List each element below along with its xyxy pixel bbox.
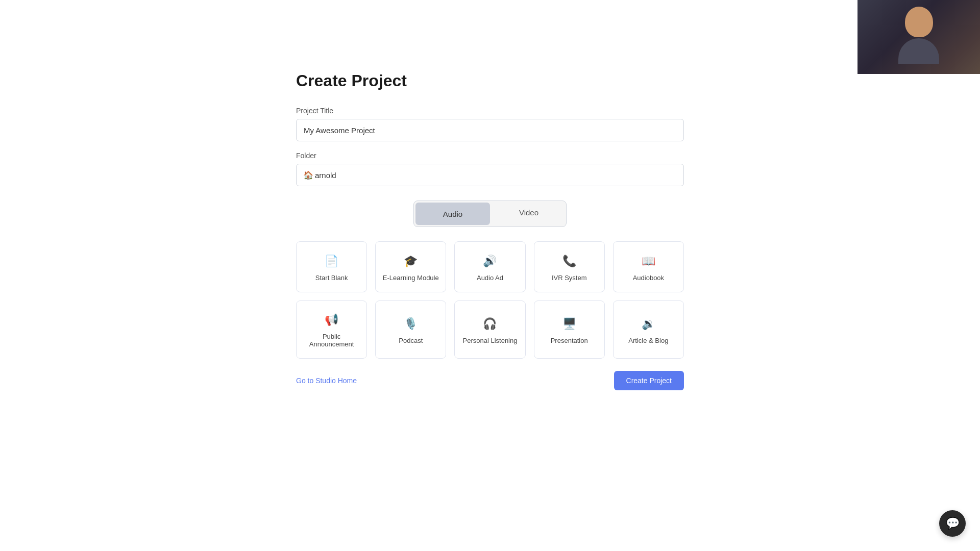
tab-audio[interactable]: Audio	[415, 203, 490, 225]
project-card-podcast[interactable]: 🎙️ Podcast	[375, 300, 446, 359]
public-announcement-label: Public Announcement	[303, 333, 360, 348]
presentation-icon: 🖥️	[562, 317, 576, 331]
page-title: Create Project	[296, 71, 684, 90]
podcast-label: Podcast	[399, 337, 423, 344]
elearning-icon: 🎓	[404, 255, 418, 268]
chat-bubble-button[interactable]: 💬	[939, 510, 966, 537]
project-card-audiobook[interactable]: 📖 Audiobook	[613, 241, 684, 292]
podcast-icon: 🎙️	[404, 317, 418, 331]
project-card-presentation[interactable]: 🖥️ Presentation	[534, 300, 605, 359]
project-type-grid-row2: 📢 Public Announcement 🎙️ Podcast 🎧 Perso…	[296, 300, 684, 359]
project-card-article-blog[interactable]: 🔉 Article & Blog	[613, 300, 684, 359]
audiobook-icon: 📖	[642, 255, 655, 268]
personal-listening-label: Personal Listening	[463, 337, 518, 344]
presentation-label: Presentation	[551, 337, 588, 344]
ivr-system-icon: 📞	[562, 255, 576, 268]
folder-section: Folder 🏠	[296, 152, 684, 186]
project-card-audio-ad[interactable]: 🔊 Audio Ad	[454, 241, 525, 292]
folder-input-wrapper: 🏠	[296, 164, 684, 186]
audio-ad-icon: 🔊	[483, 255, 497, 268]
elearning-label: E-Learning Module	[383, 274, 439, 282]
project-card-start-blank[interactable]: 📄 Start Blank	[296, 241, 367, 292]
go-to-studio-home-link[interactable]: Go to Studio Home	[296, 377, 357, 385]
article-blog-label: Article & Blog	[628, 337, 668, 344]
personal-listening-icon: 🎧	[483, 317, 497, 331]
project-title-label: Project Title	[296, 107, 684, 115]
start-blank-icon: 📄	[325, 255, 338, 268]
webcam-overlay	[857, 0, 980, 74]
project-type-grid-row1: 📄 Start Blank 🎓 E-Learning Module 🔊 Audi…	[296, 241, 684, 292]
article-blog-icon: 🔉	[642, 317, 655, 331]
footer-actions: Go to Studio Home Create Project	[296, 371, 684, 390]
type-tab-group: Audio Video	[413, 201, 567, 227]
start-blank-label: Start Blank	[315, 274, 348, 282]
audiobook-label: Audiobook	[633, 274, 664, 282]
project-card-ivr-system[interactable]: 📞 IVR System	[534, 241, 605, 292]
create-project-button[interactable]: Create Project	[614, 371, 684, 390]
folder-label: Folder	[296, 152, 684, 160]
tab-video[interactable]: Video	[492, 201, 566, 223]
project-card-public-announcement[interactable]: 📢 Public Announcement	[296, 300, 367, 359]
public-announcement-icon: 📢	[325, 313, 338, 327]
audio-ad-label: Audio Ad	[477, 274, 503, 282]
ivr-system-label: IVR System	[552, 274, 587, 282]
project-title-input[interactable]	[296, 119, 684, 141]
project-card-personal-listening[interactable]: 🎧 Personal Listening	[454, 300, 525, 359]
project-card-elearning[interactable]: 🎓 E-Learning Module	[375, 241, 446, 292]
project-title-section: Project Title	[296, 107, 684, 141]
chat-bubble-icon: 💬	[946, 517, 960, 530]
home-icon: 🏠	[303, 170, 313, 180]
folder-input[interactable]	[296, 164, 684, 186]
